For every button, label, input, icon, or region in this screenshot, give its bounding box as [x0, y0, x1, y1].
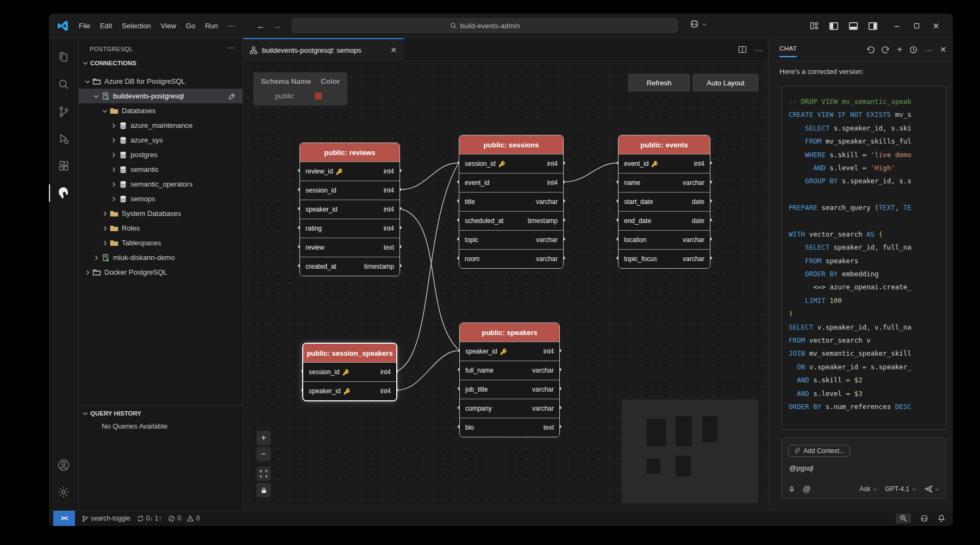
fit-view-button[interactable] — [257, 467, 271, 481]
table-column-row[interactable]: speaker_idint4 — [303, 381, 396, 400]
table-column-row[interactable]: start_datedate — [619, 192, 710, 211]
chat-close-icon[interactable]: ✕ — [940, 45, 946, 54]
table-header[interactable]: public: events — [619, 135, 710, 154]
table-column-row[interactable]: locationvarchar — [619, 230, 710, 249]
table-column-row[interactable]: ratingint4 — [300, 219, 400, 238]
table-column-row[interactable]: session_idint4 — [459, 154, 563, 173]
schema-diagram-canvas[interactable]: Schema Name Color public Refresh Auto La… — [243, 61, 768, 510]
activity-search-icon[interactable] — [49, 71, 79, 98]
table-header[interactable]: public: reviews — [300, 143, 400, 162]
tree-item-azure-sys[interactable]: azure_sys — [79, 133, 242, 147]
table-column-row[interactable]: scheduled_attimestamp — [459, 211, 563, 230]
toggle-sidebar-right-icon[interactable] — [866, 19, 880, 33]
redo-icon[interactable] — [882, 46, 890, 54]
back-button[interactable]: ← — [257, 21, 265, 31]
activity-run-debug-icon[interactable] — [49, 125, 79, 152]
table-column-row[interactable]: titlevarchar — [459, 192, 563, 211]
tab-schema-diagram[interactable]: buildevents-postgresql: semops ✕ — [243, 38, 404, 61]
tree-item-azure-maintenance[interactable]: azure_maintenance — [79, 118, 242, 133]
table-column-row[interactable]: namevarchar — [619, 173, 710, 192]
table-column-row[interactable]: end_datedate — [619, 211, 710, 230]
zoom-out-button[interactable]: − — [257, 447, 271, 461]
tab-close-icon[interactable]: ✕ — [390, 46, 397, 54]
tree-item-roles[interactable]: Roles — [79, 221, 242, 236]
mic-icon[interactable] — [788, 486, 795, 493]
menu-more[interactable]: ⋯ — [223, 20, 240, 32]
menu-file[interactable]: File — [74, 20, 95, 32]
lock-button[interactable] — [257, 483, 271, 497]
tree-item-semantic-operators[interactable]: semantic_operators — [79, 177, 242, 191]
send-button[interactable] — [924, 485, 940, 493]
forward-button[interactable]: → — [273, 21, 282, 31]
tab-chat[interactable]: CHAT — [779, 45, 797, 57]
table-column-row[interactable]: full_namevarchar — [460, 361, 559, 380]
table-node-public-sessions[interactable]: public: sessionssession_idint4event_idin… — [459, 135, 564, 269]
zoom-status-icon[interactable] — [896, 513, 911, 523]
diagram-minimap[interactable] — [622, 399, 758, 503]
minimize-button[interactable]: – — [890, 19, 904, 33]
tree-item-postgres[interactable]: postgres — [79, 147, 242, 162]
table-column-row[interactable]: event_idint4 — [619, 154, 710, 173]
remote-indicator[interactable]: >< — [53, 511, 75, 526]
table-column-row[interactable]: review_idint4 — [300, 162, 400, 181]
notifications-bell-icon[interactable] — [938, 515, 945, 522]
menu-edit[interactable]: Edit — [95, 20, 117, 32]
auto-layout-button[interactable]: Auto Layout — [693, 74, 758, 91]
query-history-header[interactable]: QUERY HISTORY — [79, 406, 242, 417]
activity-settings-icon[interactable] — [49, 479, 79, 506]
menu-selection[interactable]: Selection — [117, 20, 155, 32]
tree-item-system-databases[interactable]: System Databases — [79, 206, 242, 221]
table-node-public-reviews[interactable]: public: reviewsreview_idint4session_idin… — [299, 143, 400, 276]
branch-item[interactable]: search-toggle — [82, 515, 130, 522]
menu-go[interactable]: Go — [181, 20, 200, 32]
table-column-row[interactable]: roomvarchar — [459, 249, 563, 268]
activity-extensions-icon[interactable] — [49, 152, 79, 179]
undo-icon[interactable] — [866, 46, 875, 54]
table-header[interactable]: public: speakers — [460, 323, 559, 342]
table-column-row[interactable]: biotext — [460, 418, 559, 437]
sidebar-more-actions[interactable]: ··· — [227, 42, 235, 52]
chat-more-icon[interactable]: ··· — [925, 45, 933, 54]
table-column-row[interactable]: companyvarchar — [460, 399, 559, 418]
tree-item-azure-db-for-postgresql[interactable]: Azure DB for PostgreSQL — [79, 74, 242, 89]
table-column-row[interactable]: session_idint4 — [303, 362, 396, 381]
tree-item-semantic[interactable]: semantic — [79, 162, 242, 177]
activity-postgresql-icon[interactable] — [49, 179, 79, 207]
maximize-button[interactable] — [909, 19, 923, 33]
mention-icon[interactable]: @ — [803, 485, 810, 493]
tree-item-buildevents-postgresql[interactable]: buildevents-postgresql — [79, 89, 242, 103]
zoom-in-button[interactable]: + — [257, 431, 271, 445]
connections-section-header[interactable]: CONNECTIONS — [82, 60, 136, 66]
table-column-row[interactable]: created_attimestamp — [300, 257, 400, 276]
table-column-row[interactable]: speaker_idint4 — [300, 200, 400, 219]
toggle-sidebar-left-icon[interactable] — [827, 19, 841, 33]
table-column-row[interactable]: topic_focusvarchar — [619, 249, 710, 268]
model-dropdown[interactable]: GPT-4.1 — [885, 485, 916, 493]
table-column-row[interactable]: session_idint4 — [300, 181, 400, 200]
tree-item-mluk-diskann-demo[interactable]: mluk-diskann-demo — [79, 250, 242, 265]
copilot-status-icon[interactable] — [920, 514, 929, 523]
table-header[interactable]: public: sessions — [459, 135, 563, 154]
tree-item-tablespaces[interactable]: Tablespaces — [79, 236, 242, 250]
chat-input-value[interactable]: @pgsql — [789, 464, 813, 472]
refresh-button[interactable]: Refresh — [628, 74, 690, 91]
copilot-menu[interactable] — [689, 19, 707, 29]
tree-item-databases[interactable]: Databases — [79, 103, 242, 118]
chat-mode-dropdown[interactable]: Ask — [859, 485, 877, 493]
tree-item-docker-postgresql[interactable]: Docker PostgreSQL — [79, 265, 242, 280]
edit-connection-icon[interactable] — [228, 92, 236, 100]
activity-source-control-icon[interactable] — [49, 98, 79, 125]
table-column-row[interactable]: job_titlevarchar — [460, 380, 559, 399]
table-node-public-speakers[interactable]: public: speakersspeaker_idint4full_namev… — [459, 323, 560, 437]
table-node-public-session-speakers[interactable]: public: session_speakerssession_idint4sp… — [303, 343, 397, 401]
table-column-row[interactable]: event_idint4 — [459, 173, 563, 192]
problems-item[interactable]: 0 0 — [168, 515, 199, 522]
table-header[interactable]: public: session_speakers — [303, 344, 396, 362]
close-window-button[interactable]: ✕ — [929, 19, 943, 33]
chat-input-box[interactable]: Add Context... @pgsql @ Ask GPT-4.1 — [782, 438, 946, 499]
editor-more-actions-icon[interactable]: ··· — [754, 45, 763, 54]
menu-run[interactable]: Run — [200, 20, 223, 32]
command-center-search[interactable]: build-events-admin — [292, 18, 678, 33]
chat-history-icon[interactable] — [909, 46, 917, 54]
sync-item[interactable]: 0↓ 1↑ — [137, 515, 162, 522]
